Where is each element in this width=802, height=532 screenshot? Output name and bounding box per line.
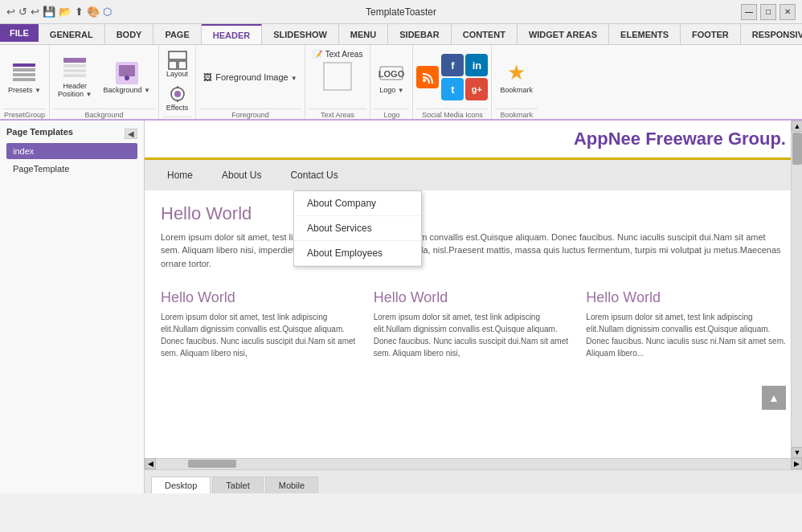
logo-label: Logo ▼ <box>379 86 403 95</box>
h-scroll-right-arrow[interactable]: ▶ <box>791 458 802 469</box>
maximize-button[interactable]: □ <box>760 4 776 20</box>
svg-rect-7 <box>63 74 86 77</box>
ribbon-social-group: f in t g+ Social Media Icons <box>413 45 492 119</box>
h-scroll-thumb[interactable] <box>188 460 236 468</box>
tab-footer[interactable]: FOOTER <box>681 24 741 44</box>
site-three-col: Hello World Lorem ipsum dolor sit amet, … <box>145 289 802 372</box>
site-main-heading: Hello World <box>161 203 786 224</box>
bookmark-icon: ★ <box>504 60 530 86</box>
scroll-up-arrow[interactable]: ▲ <box>792 121 802 132</box>
col-item-3: Hello World Lorem ipsum dolor sit amet, … <box>586 289 786 359</box>
h-scroll-track <box>156 459 791 469</box>
svg-point-10 <box>125 76 129 80</box>
presets-label: Presets ▼ <box>8 86 41 95</box>
header-position-button[interactable]: HeaderPosition ▼ <box>53 53 96 103</box>
tab-general[interactable]: GENERAL <box>39 24 105 44</box>
foreground-image-icon: 🖼 <box>203 72 212 82</box>
tab-mobile[interactable]: Mobile <box>265 477 318 493</box>
ribbon-logo-group: LOGO Logo ▼ Logo <box>370 45 413 119</box>
effects-button[interactable]: Effects <box>162 82 192 115</box>
tab-body[interactable]: BODY <box>105 24 154 44</box>
tab-content[interactable]: CONTENT <box>452 24 518 44</box>
tab-header[interactable]: HEADER <box>202 24 262 44</box>
col-2-text: Lorem ipsum dolor sit amet, test link ad… <box>374 311 574 359</box>
tab-file[interactable]: FILE <box>0 24 39 42</box>
col-1-heading: Hello World <box>161 289 361 306</box>
back-to-top-button[interactable]: ▲ <box>762 386 786 410</box>
dropdown-item-services[interactable]: About Services <box>294 216 421 241</box>
background-button[interactable]: Background ▼ <box>98 57 154 98</box>
svg-point-20 <box>423 79 426 82</box>
text-areas-preview[interactable] <box>323 62 352 91</box>
sidebar-collapse-button[interactable]: ◀ <box>125 129 137 139</box>
ribbon-presets-group: Presets ▼ PresetGroup <box>0 45 50 119</box>
undo2-icon[interactable]: ↩ <box>31 6 39 18</box>
ribbon-foreground-group: 🖼 Foreground Image ▼ Foreground <box>196 45 305 119</box>
scroll-down-arrow[interactable]: ▼ <box>792 447 802 458</box>
website-preview-area: AppNee Freeware Group. Home About Us Con… <box>145 121 802 493</box>
tab-tablet[interactable]: Tablet <box>212 477 263 493</box>
foreground-group-label: Foreground <box>199 108 301 119</box>
tab-page[interactable]: PAGE <box>153 24 201 44</box>
sidebar-item-pagetemplate-label: PageTemplate <box>13 164 69 174</box>
h-scroll-left-arrow[interactable]: ◀ <box>145 458 156 469</box>
svg-point-15 <box>174 91 181 97</box>
presets-icon <box>11 60 37 86</box>
background-group-label: Background <box>53 108 155 119</box>
logo-group-label: Logo <box>374 108 409 119</box>
twitter-icon-button[interactable]: t <box>441 78 464 100</box>
ribbon-tab-bar: FILE GENERAL BODY PAGE HEADER SLIDESHOW … <box>0 24 802 45</box>
bookmark-button[interactable]: ★ Bookmark <box>495 57 538 98</box>
page-templates-sidebar: Page Templates ◀ index PageTemplate <box>0 121 145 493</box>
header-position-label: HeaderPosition ▼ <box>58 82 92 100</box>
text-areas-label: Text Areas <box>325 50 363 59</box>
svg-rect-5 <box>63 64 86 68</box>
save-icon[interactable]: 💾 <box>43 6 55 18</box>
background-icon <box>114 60 140 86</box>
vertical-scrollbar[interactable]: ▲ ▼ <box>791 121 802 458</box>
foreground-image-button[interactable]: 🖼 Foreground Image ▼ <box>199 71 301 84</box>
sidebar-item-index[interactable]: index <box>6 143 137 159</box>
nav-contact-us[interactable]: Contact Us <box>284 166 344 184</box>
ribbon-bookmark-group: ★ Bookmark Bookmark <box>492 45 541 119</box>
bookmark-label: Bookmark <box>500 86 533 95</box>
svg-rect-12 <box>169 61 177 69</box>
presets-button[interactable]: Presets ▼ <box>3 57 46 98</box>
col-2-heading: Hello World <box>374 289 574 306</box>
upload-icon[interactable]: ⬆ <box>75 6 84 18</box>
text-areas-button[interactable]: 📝 Text Areas <box>309 48 367 60</box>
layout-button[interactable]: Layout <box>162 48 192 81</box>
tab-sidebar[interactable]: SIDEBAR <box>388 24 452 44</box>
nav-home[interactable]: Home <box>161 166 199 184</box>
color-icon[interactable]: 🎨 <box>87 6 100 18</box>
tab-elements[interactable]: ELEMENTS <box>609 24 681 44</box>
facebook-icon-button[interactable]: f <box>441 54 464 76</box>
tab-slideshow[interactable]: SLIDESHOW <box>262 24 339 44</box>
open-icon[interactable]: 📂 <box>59 6 72 18</box>
linkedin-icon-button[interactable]: in <box>465 54 488 76</box>
undo-icon[interactable]: ↩ <box>6 6 15 18</box>
redo-icon[interactable]: ↺ <box>18 6 27 18</box>
tab-widget-areas[interactable]: WIDGET AREAS <box>518 24 609 44</box>
nav-about-us[interactable]: About Us <box>215 166 268 184</box>
close-button[interactable]: ✕ <box>779 4 796 20</box>
tab-responsive-layout[interactable]: RESPONSIVE LAYOUT <box>741 24 802 44</box>
app-icon[interactable]: ⬡ <box>103 6 112 18</box>
scroll-thumb[interactable] <box>792 133 802 165</box>
svg-rect-0 <box>13 63 35 67</box>
sidebar-item-pagetemplate[interactable]: PageTemplate <box>6 161 137 177</box>
website-preview: AppNee Freeware Group. Home About Us Con… <box>145 121 802 458</box>
svg-rect-4 <box>63 58 86 63</box>
site-main-paragraph: Lorem ipsum dolor sit amet, test link ad… <box>161 231 786 271</box>
ribbon-panel: Presets ▼ PresetGroup He <box>0 45 802 121</box>
dropdown-item-employees[interactable]: About Employees <box>294 241 421 266</box>
minimize-button[interactable]: — <box>741 4 757 20</box>
col-item-1: Hello World Lorem ipsum dolor sit amet, … <box>161 289 361 359</box>
dropdown-item-company[interactable]: About Company <box>294 191 421 216</box>
layout-icon <box>168 51 187 70</box>
tab-menu[interactable]: MENU <box>339 24 388 44</box>
logo-button[interactable]: LOGO Logo ▼ <box>374 57 409 98</box>
tab-desktop[interactable]: Desktop <box>151 477 211 493</box>
googleplus-icon-button[interactable]: g+ <box>465 78 488 100</box>
rss-icon-button[interactable] <box>416 66 439 88</box>
